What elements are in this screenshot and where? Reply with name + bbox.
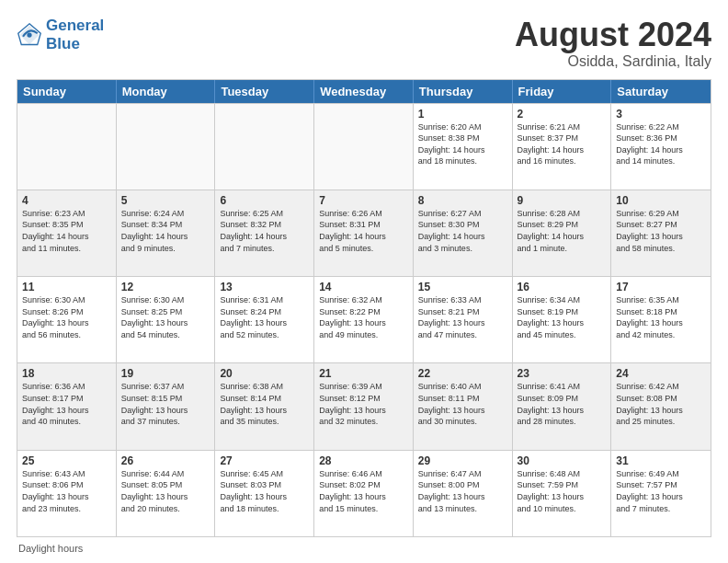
day-number: 31 [616, 454, 706, 467]
svg-point-2 [27, 32, 31, 37]
day-info: Sunrise: 6:41 AM Sunset: 8:09 PM Dayligh… [518, 381, 607, 427]
header-day-wednesday: Wednesday [314, 80, 414, 103]
daylight-label: Daylight hours [18, 543, 83, 554]
day-info: Sunrise: 6:34 AM Sunset: 8:19 PM Dayligh… [518, 294, 607, 340]
day-info: Sunrise: 6:45 AM Sunset: 8:03 PM Dayligh… [220, 468, 309, 514]
day-info: Sunrise: 6:29 AM Sunset: 8:27 PM Dayligh… [616, 208, 706, 254]
cal-cell-5-4: 28Sunrise: 6:46 AM Sunset: 8:02 PM Dayli… [314, 451, 414, 536]
cal-cell-2-2: 5Sunrise: 6:24 AM Sunset: 8:34 PM Daylig… [117, 190, 216, 276]
cal-cell-3-3: 13Sunrise: 6:31 AM Sunset: 8:24 PM Dayli… [215, 277, 314, 362]
day-number: 20 [220, 367, 309, 380]
cal-cell-1-5: 1Sunrise: 6:20 AM Sunset: 8:38 PM Daylig… [414, 104, 513, 190]
day-number: 7 [319, 194, 408, 207]
day-info: Sunrise: 6:38 AM Sunset: 8:14 PM Dayligh… [220, 381, 309, 427]
header-day-tuesday: Tuesday [215, 80, 314, 103]
day-number: 15 [418, 281, 507, 293]
day-number: 5 [121, 194, 210, 207]
cal-cell-3-7: 17Sunrise: 6:35 AM Sunset: 8:18 PM Dayli… [611, 277, 711, 362]
header-day-monday: Monday [117, 80, 216, 103]
day-info: Sunrise: 6:43 AM Sunset: 8:06 PM Dayligh… [22, 468, 111, 514]
header-day-saturday: Saturday [611, 80, 711, 103]
day-number: 30 [518, 454, 607, 467]
header-day-friday: Friday [513, 80, 612, 103]
day-info: Sunrise: 6:46 AM Sunset: 8:02 PM Dayligh… [319, 468, 408, 514]
day-info: Sunrise: 6:44 AM Sunset: 8:05 PM Dayligh… [121, 468, 210, 514]
day-info: Sunrise: 6:32 AM Sunset: 8:22 PM Dayligh… [319, 294, 408, 340]
calendar-body: 1Sunrise: 6:20 AM Sunset: 8:38 PM Daylig… [17, 103, 711, 536]
day-info: Sunrise: 6:31 AM Sunset: 8:24 PM Dayligh… [220, 294, 309, 340]
cal-cell-4-5: 22Sunrise: 6:40 AM Sunset: 8:11 PM Dayli… [414, 363, 513, 449]
day-number: 14 [319, 281, 408, 293]
header: General Blue August 2024 Osidda, Sardini… [17, 17, 711, 70]
calendar-week-5: 25Sunrise: 6:43 AM Sunset: 8:06 PM Dayli… [17, 450, 711, 536]
logo-text-block: General Blue [46, 17, 104, 52]
day-number: 26 [121, 454, 210, 467]
cal-cell-1-7: 3Sunrise: 6:22 AM Sunset: 8:36 PM Daylig… [611, 104, 711, 190]
day-number: 2 [518, 108, 607, 121]
cal-cell-3-1: 11Sunrise: 6:30 AM Sunset: 8:26 PM Dayli… [17, 277, 117, 362]
day-number: 17 [616, 281, 706, 293]
day-info: Sunrise: 6:40 AM Sunset: 8:11 PM Dayligh… [418, 381, 507, 427]
cal-cell-2-1: 4Sunrise: 6:23 AM Sunset: 8:35 PM Daylig… [17, 190, 117, 276]
cal-cell-1-6: 2Sunrise: 6:21 AM Sunset: 8:37 PM Daylig… [513, 104, 612, 190]
cal-cell-5-5: 29Sunrise: 6:47 AM Sunset: 8:00 PM Dayli… [414, 451, 513, 536]
day-info: Sunrise: 6:42 AM Sunset: 8:08 PM Dayligh… [616, 381, 706, 427]
day-number: 29 [418, 454, 507, 467]
day-number: 12 [121, 281, 210, 293]
day-info: Sunrise: 6:24 AM Sunset: 8:34 PM Dayligh… [121, 208, 210, 254]
day-number: 19 [121, 367, 210, 380]
cal-cell-2-5: 8Sunrise: 6:27 AM Sunset: 8:30 PM Daylig… [414, 190, 513, 276]
cal-cell-5-6: 30Sunrise: 6:48 AM Sunset: 7:59 PM Dayli… [513, 451, 612, 536]
cal-cell-4-6: 23Sunrise: 6:41 AM Sunset: 8:09 PM Dayli… [513, 363, 612, 449]
cal-cell-5-1: 25Sunrise: 6:43 AM Sunset: 8:06 PM Dayli… [17, 451, 117, 536]
page: General Blue August 2024 Osidda, Sardini… [0, 0, 728, 563]
logo-icon [17, 22, 42, 48]
footer: Daylight hours [17, 543, 711, 554]
day-info: Sunrise: 6:26 AM Sunset: 8:31 PM Dayligh… [319, 208, 408, 254]
day-info: Sunrise: 6:37 AM Sunset: 8:15 PM Dayligh… [121, 381, 210, 427]
day-info: Sunrise: 6:39 AM Sunset: 8:12 PM Dayligh… [319, 381, 408, 427]
day-number: 13 [220, 281, 309, 293]
header-day-sunday: Sunday [17, 80, 117, 103]
day-number: 27 [220, 454, 309, 467]
cal-cell-3-2: 12Sunrise: 6:30 AM Sunset: 8:25 PM Dayli… [117, 277, 216, 362]
day-info: Sunrise: 6:20 AM Sunset: 8:38 PM Dayligh… [418, 121, 507, 167]
cal-cell-1-2 [117, 104, 216, 190]
day-number: 25 [22, 454, 111, 467]
day-info: Sunrise: 6:35 AM Sunset: 8:18 PM Dayligh… [616, 294, 706, 340]
day-number: 28 [319, 454, 408, 467]
title-block: August 2024 Osidda, Sardinia, Italy [515, 17, 711, 70]
cal-cell-4-7: 24Sunrise: 6:42 AM Sunset: 8:08 PM Dayli… [611, 363, 711, 449]
cal-cell-4-3: 20Sunrise: 6:38 AM Sunset: 8:14 PM Dayli… [215, 363, 314, 449]
cal-cell-3-4: 14Sunrise: 6:32 AM Sunset: 8:22 PM Dayli… [314, 277, 414, 362]
day-number: 22 [418, 367, 507, 380]
calendar-week-4: 18Sunrise: 6:36 AM Sunset: 8:17 PM Dayli… [17, 362, 711, 449]
day-info: Sunrise: 6:47 AM Sunset: 8:00 PM Dayligh… [418, 468, 507, 514]
calendar-week-3: 11Sunrise: 6:30 AM Sunset: 8:26 PM Dayli… [17, 276, 711, 362]
day-info: Sunrise: 6:23 AM Sunset: 8:35 PM Dayligh… [22, 208, 111, 254]
calendar-week-1: 1Sunrise: 6:20 AM Sunset: 8:38 PM Daylig… [17, 103, 711, 190]
cal-cell-2-7: 10Sunrise: 6:29 AM Sunset: 8:27 PM Dayli… [611, 190, 711, 276]
calendar: SundayMondayTuesdayWednesdayThursdayFrid… [17, 79, 711, 537]
day-number: 11 [22, 281, 111, 293]
day-info: Sunrise: 6:28 AM Sunset: 8:29 PM Dayligh… [518, 208, 607, 254]
day-number: 1 [418, 108, 507, 121]
day-info: Sunrise: 6:30 AM Sunset: 8:25 PM Dayligh… [121, 294, 210, 340]
cal-cell-2-4: 7Sunrise: 6:26 AM Sunset: 8:31 PM Daylig… [314, 190, 414, 276]
cal-cell-4-4: 21Sunrise: 6:39 AM Sunset: 8:12 PM Dayli… [314, 363, 414, 449]
day-info: Sunrise: 6:33 AM Sunset: 8:21 PM Dayligh… [418, 294, 507, 340]
cal-cell-3-6: 16Sunrise: 6:34 AM Sunset: 8:19 PM Dayli… [513, 277, 612, 362]
day-number: 24 [616, 367, 706, 380]
cal-cell-5-2: 26Sunrise: 6:44 AM Sunset: 8:05 PM Dayli… [117, 451, 216, 536]
day-number: 6 [220, 194, 309, 207]
cal-cell-4-1: 18Sunrise: 6:36 AM Sunset: 8:17 PM Dayli… [17, 363, 117, 449]
day-number: 8 [418, 194, 507, 207]
day-number: 18 [22, 367, 111, 380]
day-info: Sunrise: 6:27 AM Sunset: 8:30 PM Dayligh… [418, 208, 507, 254]
day-info: Sunrise: 6:22 AM Sunset: 8:36 PM Dayligh… [616, 121, 706, 167]
cal-cell-2-3: 6Sunrise: 6:25 AM Sunset: 8:32 PM Daylig… [215, 190, 314, 276]
cal-cell-2-6: 9Sunrise: 6:28 AM Sunset: 8:29 PM Daylig… [513, 190, 612, 276]
logo-line2: Blue [46, 35, 104, 53]
day-info: Sunrise: 6:21 AM Sunset: 8:37 PM Dayligh… [518, 121, 607, 167]
day-number: 16 [518, 281, 607, 293]
